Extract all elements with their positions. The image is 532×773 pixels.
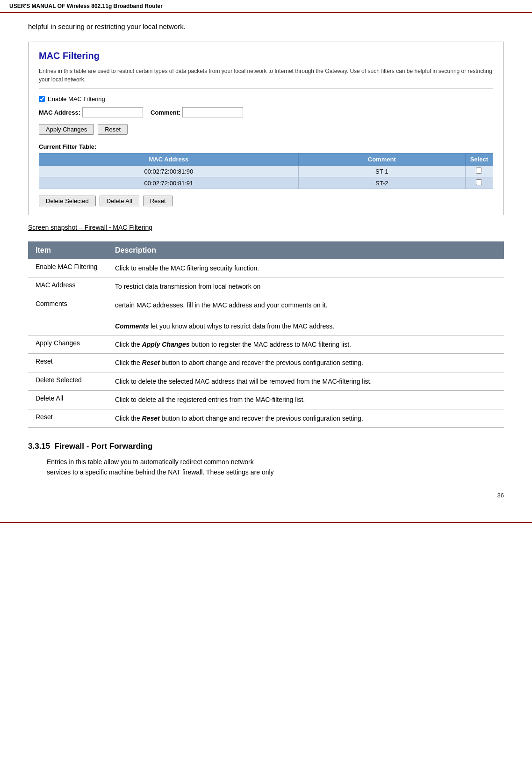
list-item: Enable MAC Filtering Click to enable the… bbox=[28, 259, 504, 277]
list-item: Delete Selected Click to delete the sele… bbox=[28, 372, 504, 390]
desc-item-label: Reset bbox=[28, 354, 108, 372]
desc-item-label: Apply Changes bbox=[28, 335, 108, 353]
col-comment: Comment bbox=[298, 153, 465, 166]
list-item: Apply Changes Click the Apply Changes bu… bbox=[28, 335, 504, 353]
section-number: 3.3.15 bbox=[28, 442, 50, 451]
mac-address-row: MAC Address: Comment: bbox=[39, 107, 493, 117]
mac-address-label: MAC Address: bbox=[39, 109, 80, 116]
enable-mac-label: Enable MAC Filtering bbox=[48, 95, 105, 102]
section-para1: Entries in this table allow you to autom… bbox=[47, 458, 254, 466]
list-item: Delete All Click to delete all the regis… bbox=[28, 391, 504, 409]
cell-comment: ST-2 bbox=[298, 177, 465, 189]
list-item: Reset Click the Reset button to abort ch… bbox=[28, 354, 504, 372]
comment-input[interactable] bbox=[182, 107, 243, 117]
cell-comment: ST-1 bbox=[298, 166, 465, 177]
mac-filter-title: MAC Filtering bbox=[39, 51, 493, 61]
desc-table-header-row: Item Description bbox=[28, 241, 504, 259]
desc-item-description: Click the Reset button to abort change a… bbox=[108, 409, 504, 427]
section-title: Firewall - Port Forwarding bbox=[55, 442, 153, 451]
desc-item-description: Click to delete all the registered entri… bbox=[108, 391, 504, 409]
page-number: 36 bbox=[28, 492, 504, 499]
desc-item-label: Comments bbox=[28, 296, 108, 335]
page-header: USER'S MANUAL OF Wireless 802.11g Broadb… bbox=[0, 0, 532, 13]
desc-col-item: Item bbox=[28, 241, 108, 259]
section-para: Entries in this table allow you to autom… bbox=[47, 457, 504, 478]
mac-address-input[interactable] bbox=[82, 107, 143, 117]
filter-table-header-row: MAC Address Comment Select bbox=[39, 153, 493, 166]
cell-mac: 00:02:72:00:81:91 bbox=[39, 177, 299, 189]
desc-table-body: Enable MAC Filtering Click to enable the… bbox=[28, 259, 504, 427]
desc-item-description: Click the Apply Changes button to regist… bbox=[108, 335, 504, 353]
bottom-border bbox=[0, 522, 532, 523]
row-checkbox[interactable] bbox=[476, 179, 482, 185]
desc-item-description: Click the Reset button to abort change a… bbox=[108, 354, 504, 372]
intro-text: helpful in securing or restricting your … bbox=[28, 22, 504, 30]
desc-item-description: Click to enable the MAC filtering securi… bbox=[108, 259, 504, 277]
apply-changes-button[interactable]: Apply Changes bbox=[39, 124, 94, 135]
list-item: MAC Address To restrict data transmissio… bbox=[28, 277, 504, 296]
description-table: Item Description Enable MAC Filtering Cl… bbox=[28, 241, 504, 428]
mac-filter-description: Entries in this table are used to restri… bbox=[39, 67, 493, 89]
row-checkbox[interactable] bbox=[476, 168, 482, 174]
cell-select[interactable] bbox=[465, 166, 493, 177]
header-title: USER'S MANUAL OF Wireless 802.11g Broadb… bbox=[9, 3, 163, 9]
enable-mac-row: Enable MAC Filtering bbox=[39, 95, 493, 102]
filter-table-body: 00:02:72:00:81:90 ST-1 00:02:72:00:81:91… bbox=[39, 166, 493, 189]
reset-button-2[interactable]: Reset bbox=[143, 196, 173, 206]
main-content: helpful in securing or restricting your … bbox=[0, 13, 532, 518]
col-mac-address: MAC Address bbox=[39, 153, 299, 166]
filter-table: MAC Address Comment Select 00:02:72:00:8… bbox=[39, 153, 493, 189]
table-row: 00:02:72:00:81:90 ST-1 bbox=[39, 166, 493, 177]
desc-item-label: Delete Selected bbox=[28, 372, 108, 390]
desc-item-label: Enable MAC Filtering bbox=[28, 259, 108, 277]
list-item: Reset Click the Reset button to abort ch… bbox=[28, 409, 504, 427]
reset-button[interactable]: Reset bbox=[98, 124, 128, 135]
desc-item-description: Click to delete the selected MAC address… bbox=[108, 372, 504, 390]
desc-item-label: MAC Address bbox=[28, 277, 108, 296]
desc-col-description: Description bbox=[108, 241, 504, 259]
delete-all-button[interactable]: Delete All bbox=[100, 196, 139, 206]
desc-item-label: Reset bbox=[28, 409, 108, 427]
snapshot-caption: Screen snapshot – Firewall - MAC Filteri… bbox=[28, 224, 504, 231]
bottom-btn-row: Delete Selected Delete All Reset bbox=[39, 196, 493, 206]
enable-mac-checkbox[interactable] bbox=[39, 96, 45, 102]
col-select: Select bbox=[465, 153, 493, 166]
list-item: Comments certain MAC addresses, fill in … bbox=[28, 296, 504, 335]
desc-item-description: To restrict data transmission from local… bbox=[108, 277, 504, 296]
cell-mac: 00:02:72:00:81:90 bbox=[39, 166, 299, 177]
cell-select[interactable] bbox=[465, 177, 493, 189]
desc-item-description: certain MAC addresses, fill in the MAC a… bbox=[108, 296, 504, 335]
current-filter-label: Current Filter Table: bbox=[39, 143, 493, 150]
comment-label: Comment: bbox=[151, 109, 180, 116]
delete-selected-button[interactable]: Delete Selected bbox=[39, 196, 96, 206]
desc-item-label: Delete All bbox=[28, 391, 108, 409]
section-para2: services to a specific machine behind th… bbox=[47, 468, 274, 476]
mac-filter-box: MAC Filtering Entries in this table are … bbox=[28, 42, 504, 215]
table-row: 00:02:72:00:81:91 ST-2 bbox=[39, 177, 493, 189]
apply-reset-row: Apply Changes Reset bbox=[39, 124, 493, 135]
section-heading: 3.3.15 Firewall - Port Forwarding bbox=[28, 442, 504, 451]
